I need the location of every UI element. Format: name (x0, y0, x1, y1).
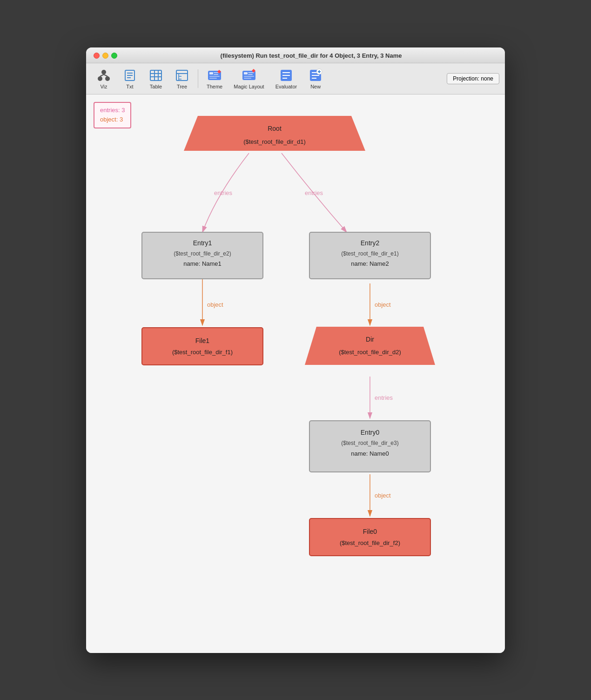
viz-icon (96, 68, 111, 83)
svg-rect-24 (209, 78, 217, 79)
svg-text:entries: entries (375, 394, 393, 401)
title-bar: (filesystem) Run test_root_file_dir for … (86, 47, 505, 63)
table-label: Table (150, 84, 162, 89)
svg-text:object: object (375, 492, 391, 499)
file0-node-shape[interactable] (309, 518, 430, 556)
toolbar-theme[interactable]: Theme (202, 66, 227, 91)
viz-label: Viz (100, 84, 107, 89)
tree-icon (175, 68, 189, 83)
projection-button[interactable]: Projection: none (447, 73, 499, 84)
toolbar-tree[interactable]: Tree (170, 66, 194, 91)
svg-text:entries: entries (214, 189, 233, 196)
magic-layout-icon (242, 68, 256, 83)
root-label1: Root (268, 125, 282, 132)
dir-label2: ($test_root_file_dir_d2) (339, 349, 401, 356)
maximize-button[interactable] (111, 53, 117, 59)
entry2-label1: Entry2 (361, 239, 380, 247)
theme-icon (207, 68, 222, 83)
window-title: (filesystem) Run test_root_file_dir for … (125, 52, 497, 59)
toolbar-viz[interactable]: Viz (92, 66, 116, 91)
tree-label: Tree (177, 84, 187, 89)
txt-icon (122, 68, 137, 83)
close-button[interactable] (94, 53, 100, 59)
file1-node-shape[interactable] (142, 328, 263, 365)
file1-label2: ($test_root_file_dir_f1) (172, 349, 233, 356)
svg-text:object: object (207, 301, 223, 308)
svg-rect-30 (244, 76, 254, 77)
svg-line-3 (100, 74, 104, 76)
svg-rect-23 (209, 76, 220, 77)
svg-rect-29 (248, 74, 253, 75)
file1-label1: File1 (195, 337, 210, 344)
toolbar-table[interactable]: Table (144, 66, 168, 91)
entry0-label3: name: Name0 (351, 450, 389, 457)
svg-rect-31 (244, 78, 251, 79)
svg-rect-9 (150, 70, 161, 81)
toolbar-sep1 (198, 69, 198, 88)
toolbar-evaluator[interactable]: Evaluator (271, 66, 302, 91)
entry1-label1: Entry1 (193, 239, 212, 247)
toolbar-txt[interactable]: Txt (118, 66, 142, 91)
traffic-lights (94, 53, 117, 59)
file0-label1: File0 (363, 528, 377, 535)
new-label: New (310, 84, 321, 89)
toolbar: Viz Txt (86, 63, 505, 94)
entry0-label2: ($test_root_file_dir_e3) (341, 440, 398, 446)
svg-rect-14 (176, 70, 188, 81)
svg-point-0 (101, 70, 106, 74)
evaluator-icon (279, 68, 294, 83)
root-node-shape[interactable] (184, 116, 365, 151)
tree-container: entries entries object object entries ob… (94, 102, 497, 637)
entry2-label3: name: Name2 (351, 260, 389, 267)
minimize-button[interactable] (102, 53, 108, 59)
tree-svg: entries entries object object entries ob… (94, 102, 497, 637)
table-icon (148, 68, 163, 83)
svg-text:object: object (375, 301, 391, 308)
entry1-label2: ($test_root_file_dir_e2) (174, 250, 231, 257)
txt-label: Txt (126, 84, 133, 89)
magic-layout-label: Magic Layout (234, 84, 264, 89)
root-label2: ($test_root_file_dir_d1) (243, 138, 306, 145)
svg-point-1 (98, 76, 102, 81)
svg-line-4 (104, 74, 107, 76)
svg-text:entries: entries (305, 189, 323, 196)
main-content: entries: 3 object: 3 entries entries obj… (86, 94, 505, 653)
toolbar-magic-layout[interactable]: Magic Layout (229, 66, 269, 91)
entry2-label2: ($test_root_file_dir_e1) (341, 250, 398, 257)
theme-label: Theme (207, 84, 222, 89)
evaluator-label: Evaluator (275, 84, 297, 89)
svg-rect-20 (209, 72, 213, 74)
dir-label1: Dir (366, 336, 374, 343)
entry0-label1: Entry0 (361, 429, 380, 436)
svg-rect-22 (214, 74, 218, 75)
svg-point-2 (105, 76, 110, 81)
toolbar-new[interactable]: New (303, 66, 328, 91)
dir-node-shape[interactable] (305, 327, 435, 365)
entry1-label3: name: Name1 (183, 260, 222, 267)
file0-label2: ($test_root_file_dir_f2) (340, 539, 400, 546)
svg-rect-28 (248, 72, 254, 73)
app-window: (filesystem) Run test_root_file_dir for … (86, 47, 505, 653)
svg-rect-27 (244, 72, 248, 74)
new-icon (308, 68, 323, 83)
